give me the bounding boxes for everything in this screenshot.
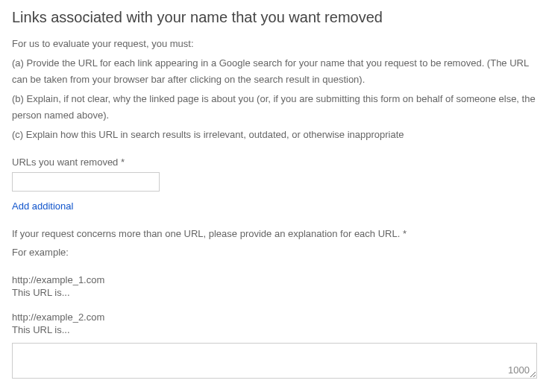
example-1-text: This URL is... (12, 287, 537, 298)
urls-label: URLs you want removed * (12, 157, 537, 168)
section-heading: Links associated with your name that you… (12, 9, 537, 26)
for-example-text: For example: (12, 245, 537, 261)
example-2-url: http://example_2.com (12, 312, 537, 323)
intro-text: For us to evaluate your request, you mus… (12, 37, 537, 52)
example-2-text: This URL is... (12, 324, 537, 335)
explanation-textarea[interactable] (12, 343, 537, 379)
add-additional-link[interactable]: Add additional (12, 200, 73, 212)
example-1-url: http://example_1.com (12, 274, 537, 285)
explanation-label: If your request concerns more than one U… (12, 227, 537, 242)
bullet-b: (b) Explain, if not clear, why the linke… (12, 91, 537, 124)
url-input[interactable] (12, 172, 160, 192)
bullet-a: (a) Provide the URL for each link appear… (12, 55, 537, 88)
bullet-c: (c) Explain how this URL in search resul… (12, 127, 537, 143)
